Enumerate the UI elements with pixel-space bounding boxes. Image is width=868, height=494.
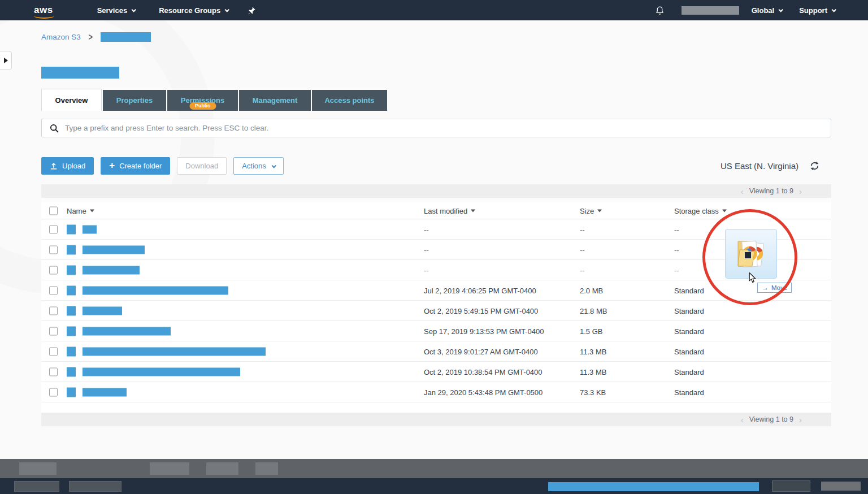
breadcrumb-separator: >: [89, 32, 93, 42]
last-modified-value: --: [424, 245, 429, 254]
actions-button-label: Actions: [242, 162, 266, 170]
page-prev-chevron[interactable]: ‹: [741, 415, 744, 424]
tab-properties[interactable]: Properties: [103, 90, 166, 111]
last-modified-value: --: [424, 225, 429, 233]
bucket-tabs: Overview Properties Permissions Public M…: [41, 89, 387, 111]
folder-icon-redacted: [67, 265, 76, 275]
nav-region-menu[interactable]: Global: [752, 6, 782, 15]
last-modified-value: --: [424, 266, 429, 274]
account-name-redacted[interactable]: [682, 6, 739, 15]
row-checkbox[interactable]: [49, 286, 58, 294]
footer-link-redacted[interactable]: [255, 462, 278, 475]
breadcrumb-bucket-redacted[interactable]: [101, 32, 151, 42]
size-value: --: [580, 245, 585, 254]
row-checkbox[interactable]: [49, 327, 58, 335]
refresh-icon[interactable]: [810, 161, 819, 171]
navbar-right-group: Global Support: [655, 6, 835, 15]
footer-status-redacted: [548, 482, 759, 491]
last-modified-value: Jan 29, 2020 5:43:48 PM GMT-0500: [424, 388, 542, 396]
create-folder-button[interactable]: + Create folder: [101, 157, 170, 175]
size-value: 11.3 MB: [580, 367, 606, 376]
tab-management[interactable]: Management: [239, 90, 311, 111]
column-header-last-modified[interactable]: Last modified: [424, 206, 475, 215]
region-indicator: US East (N. Virginia): [721, 161, 819, 171]
tab-access-points[interactable]: Access points: [312, 90, 387, 111]
object-name-redacted[interactable]: [83, 327, 171, 335]
last-modified-value: Jul 2, 2019 4:06:25 PM GMT-0400: [424, 286, 536, 294]
table-header-row: Name Last modified Size Storage class: [41, 202, 831, 219]
row-checkbox[interactable]: [49, 306, 58, 315]
object-name-redacted[interactable]: [83, 388, 127, 396]
object-name-redacted[interactable]: [83, 225, 97, 233]
column-header-storage-class[interactable]: Storage class: [674, 206, 727, 215]
move-arrow-icon: →: [762, 284, 769, 292]
pin-icon[interactable]: [248, 6, 256, 15]
table-row: Oct 2, 2019 10:38:54 PM GMT-0400 11.3 MB…: [41, 362, 831, 382]
object-name-redacted[interactable]: [83, 347, 266, 356]
sort-caret-icon: [722, 209, 727, 212]
column-storage-class-label: Storage class: [674, 206, 719, 215]
last-modified-value: Sep 17, 2019 9:13:53 PM GMT-0400: [424, 327, 544, 335]
tab-access-points-label: Access points: [324, 96, 374, 105]
select-all-checkbox[interactable]: [49, 206, 58, 215]
sidebar-expand-toggle[interactable]: [0, 51, 12, 70]
page-next-chevron[interactable]: ›: [799, 187, 802, 196]
pagination-bar-top: ‹ Viewing 1 to 9 ›: [41, 184, 831, 198]
column-last-modified-label: Last modified: [424, 206, 467, 215]
size-value: --: [580, 266, 585, 274]
object-name-redacted[interactable]: [83, 367, 240, 376]
search-input[interactable]: [65, 119, 831, 137]
row-checkbox[interactable]: [49, 367, 58, 376]
file-icon-redacted: [67, 367, 76, 376]
aws-logo[interactable]: aws: [34, 5, 53, 16]
breadcrumb-amazon-s3-link[interactable]: Amazon S3: [41, 33, 81, 41]
row-checkbox[interactable]: [49, 266, 58, 274]
row-checkbox[interactable]: [49, 388, 58, 396]
breadcrumb: Amazon S3 >: [41, 32, 151, 42]
page-prev-chevron[interactable]: ‹: [741, 187, 744, 196]
object-name-redacted[interactable]: [83, 306, 122, 315]
row-checkbox[interactable]: [49, 347, 58, 356]
object-name-redacted[interactable]: [83, 286, 228, 294]
object-name-redacted[interactable]: [83, 266, 140, 274]
footer-link-redacted[interactable]: [150, 462, 189, 475]
storage-class-value: --: [674, 245, 679, 254]
actions-dropdown-button[interactable]: Actions: [233, 157, 284, 175]
last-modified-value: Oct 3, 2019 9:01:27 AM GMT-0400: [424, 347, 538, 356]
file-icon-redacted: [67, 346, 76, 356]
row-checkbox[interactable]: [49, 245, 58, 254]
search-icon: [50, 124, 59, 133]
download-button[interactable]: Download: [177, 157, 227, 175]
object-name-redacted[interactable]: [83, 245, 145, 254]
footer-link-redacted[interactable]: [19, 462, 57, 475]
footer-button-redacted[interactable]: [69, 481, 121, 492]
page-next-chevron[interactable]: ›: [799, 415, 802, 424]
nav-support-menu[interactable]: Support: [799, 6, 835, 15]
table-row: Sep 17, 2019 9:13:53 PM GMT-0400 1.5 GB …: [41, 321, 831, 341]
top-navbar: aws Services Resource Groups Global Supp…: [0, 0, 868, 20]
file-icon-redacted: [67, 326, 76, 336]
column-header-name[interactable]: Name: [67, 206, 94, 215]
footer-button-redacted[interactable]: [821, 482, 861, 491]
notifications-bell-icon[interactable]: [655, 6, 665, 15]
footer-button-redacted[interactable]: [772, 480, 810, 492]
last-modified-value: Oct 2, 2019 5:49:15 PM GMT-0400: [424, 306, 538, 315]
tab-overview[interactable]: Overview: [41, 89, 102, 111]
tab-management-label: Management: [253, 96, 297, 105]
size-value: 1.5 GB: [580, 327, 602, 335]
footer-button-redacted[interactable]: [14, 481, 59, 492]
table-row: -- -- --: [41, 240, 831, 260]
column-header-size[interactable]: Size: [580, 206, 602, 215]
footer-link-redacted[interactable]: [206, 462, 238, 475]
sort-caret-icon: [90, 209, 94, 212]
aws-logo-text: aws: [34, 5, 53, 15]
viewing-range-label: Viewing 1 to 9: [749, 415, 793, 423]
nav-global-label: Global: [752, 6, 774, 15]
row-checkbox[interactable]: [49, 225, 58, 233]
nav-resource-groups-menu[interactable]: Resource Groups: [159, 6, 228, 15]
tab-permissions[interactable]: Permissions Public: [167, 90, 238, 111]
dragged-folder-tile[interactable]: [725, 229, 777, 279]
upload-button[interactable]: Upload: [41, 157, 94, 175]
folder-icon-redacted: [67, 224, 76, 234]
nav-services-menu[interactable]: Services: [97, 6, 136, 15]
